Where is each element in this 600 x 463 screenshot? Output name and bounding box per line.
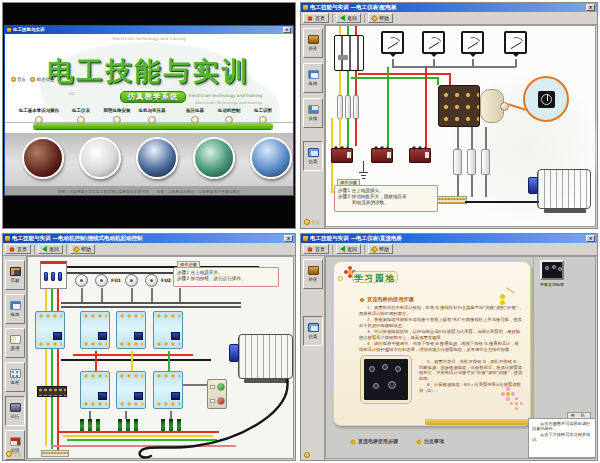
titlebar[interactable]: 电工技能与实训 —电工仪表\配电板 ×	[301, 3, 597, 12]
close-button[interactable]: ×	[586, 4, 595, 11]
back-icon	[340, 15, 345, 21]
sidebar-button-circuit[interactable]: 电路	[5, 294, 25, 324]
link-notes[interactable]: 注意事项	[424, 438, 444, 444]
back-button[interactable]: 返回	[336, 13, 361, 23]
sidebar-button-appearance[interactable]: 外形	[303, 259, 323, 289]
menu-dot[interactable]	[113, 116, 121, 124]
changeover-switch[interactable]	[438, 85, 480, 127]
help-button[interactable]: 帮助	[368, 13, 393, 23]
breaker-toggle[interactable]	[44, 272, 48, 281]
menu-item[interactable]: 低压电器	[186, 108, 204, 113]
music-icon[interactable]	[304, 452, 310, 458]
terminal-strip[interactable]	[41, 450, 69, 457]
close-button[interactable]: ×	[284, 235, 293, 242]
current-transformer[interactable]	[331, 148, 353, 163]
titlebar[interactable]: 电工技能与实训 ×	[5, 26, 293, 34]
contactor[interactable]	[80, 371, 110, 409]
titlebar[interactable]: 电工技能与实训 —电工仪表\直流电桥 ×	[301, 234, 597, 243]
racket-decoration	[507, 288, 515, 294]
info-link[interactable]: 相关信息	[30, 77, 54, 82]
sidebar-button-run[interactable]: 运行	[5, 396, 25, 426]
home-button[interactable]: 首页	[5, 244, 31, 254]
menu-dot[interactable]	[259, 116, 267, 124]
panel-meter[interactable]	[381, 31, 404, 54]
close-button[interactable]: ×	[586, 235, 595, 242]
thumb-knob	[552, 265, 556, 269]
back-button[interactable]: 返回	[38, 244, 63, 254]
close-button[interactable]: ×	[283, 27, 291, 33]
menu-item[interactable]: 电机与变压器	[139, 108, 166, 113]
sidebar: 外形 电路 接线 仿真	[301, 25, 325, 229]
home-button[interactable]: 首页	[303, 13, 329, 23]
help-button[interactable]: 帮助	[368, 244, 393, 254]
screenshot-grid: 电工技能与实训 × Electrician technology and tra…	[0, 0, 600, 463]
contactor[interactable]	[153, 371, 183, 409]
step-line: 和电流表的读数。	[338, 200, 434, 206]
menu-dot[interactable]	[77, 116, 85, 124]
music-icon[interactable]	[6, 451, 12, 457]
sidebar-button-equipment[interactable]: 器材	[5, 260, 25, 290]
window-title: 电工技能与实训 —电工仪表\直流电桥	[310, 234, 586, 243]
start-button[interactable]	[217, 383, 225, 391]
menu-item[interactable]: 电动机控制	[218, 108, 241, 113]
current-transformer[interactable]	[409, 148, 431, 163]
sidebar-button-circuit[interactable]: 电路	[303, 63, 323, 93]
panel-meter[interactable]	[422, 31, 445, 54]
menu-item[interactable]: 电工仪表	[72, 108, 90, 113]
sidebar-button-simulation[interactable]: 仿真	[303, 141, 323, 171]
fuse[interactable]	[353, 95, 359, 119]
contactor[interactable]	[80, 311, 110, 349]
titlebar[interactable]: 电工技能与实训 —电动机控制\绕线式电动机起动控制 ×	[3, 234, 295, 243]
fuse[interactable]	[337, 95, 343, 119]
menu-item[interactable]: 照明电路安装	[104, 108, 131, 113]
circuit-breaker[interactable]	[40, 261, 67, 289]
breaker-toggle[interactable]	[58, 272, 62, 281]
motor[interactable]	[537, 169, 591, 209]
photo-band	[5, 133, 293, 186]
sidebar-button-wiring[interactable]: 接线	[303, 98, 323, 128]
fuse[interactable]	[345, 95, 351, 119]
current-transformer[interactable]	[371, 148, 393, 163]
help-button[interactable]: 帮助	[70, 244, 95, 254]
sidebar-button-principle[interactable]: 原理	[5, 328, 25, 358]
link-bridge-steps[interactable]: 直流电桥使用步骤	[358, 438, 398, 444]
menu-dot[interactable]	[35, 116, 43, 124]
menu-dot[interactable]	[148, 116, 156, 124]
menu-item[interactable]: 电工识图	[254, 108, 272, 113]
contactor[interactable]	[116, 311, 146, 349]
device-thumbnail[interactable]	[540, 260, 564, 280]
contactor[interactable]	[153, 311, 183, 349]
fuse-round[interactable]	[145, 274, 158, 287]
panel-meter[interactable]	[504, 31, 527, 54]
home-button[interactable]: 首页	[303, 244, 329, 254]
music-link[interactable]: 音乐	[11, 77, 26, 82]
menu-dot[interactable]	[225, 116, 233, 124]
contactor[interactable]	[35, 311, 65, 349]
back-button[interactable]: 返回	[336, 244, 361, 254]
fuse-round[interactable]	[75, 274, 88, 287]
wire-segment	[61, 359, 211, 361]
wire-segment	[339, 118, 341, 148]
photo-cables	[22, 137, 64, 179]
knife-switch[interactable]	[334, 35, 364, 71]
motor[interactable]	[238, 334, 293, 379]
terminal-block[interactable]	[37, 386, 67, 397]
fuse-link[interactable]	[453, 149, 462, 175]
stop-button[interactable]	[217, 397, 225, 405]
sidebar-button-cabinet[interactable]: 电柜	[5, 362, 25, 392]
rotary-knob-icon	[538, 91, 555, 108]
menu-dot[interactable]	[191, 116, 199, 124]
contactor[interactable]	[116, 371, 146, 409]
menu-item[interactable]: 电工基本常识与操作	[19, 108, 60, 113]
fuse-round[interactable]	[95, 274, 108, 287]
music-icon[interactable]	[304, 219, 310, 225]
sidebar-button-simulation[interactable]: 仿真	[303, 316, 323, 346]
breaker-toggle[interactable]	[51, 272, 55, 281]
fuse-link[interactable]	[481, 149, 490, 175]
panel-meter[interactable]	[461, 31, 484, 54]
toolbar-separator	[34, 245, 35, 254]
fuse-link[interactable]	[467, 149, 476, 175]
sidebar-button-appearance[interactable]: 外形	[303, 28, 323, 58]
fuse-round[interactable]	[125, 274, 138, 287]
window-motor-sim: 电工技能与实训 —电动机控制\绕线式电动机起动控制 × 首页 返回 帮助 器材 …	[2, 233, 296, 461]
